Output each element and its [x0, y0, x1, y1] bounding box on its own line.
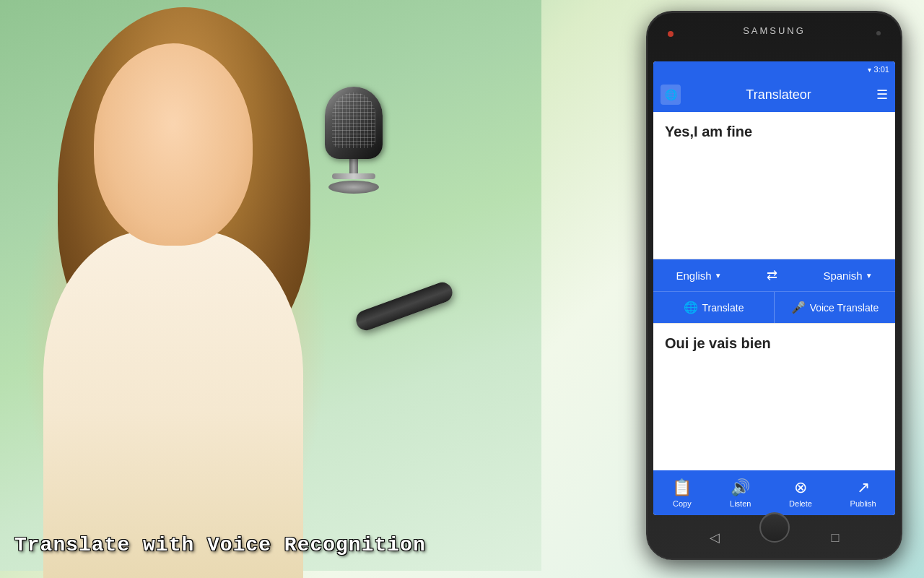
output-text: Oui je vais bien	[665, 335, 884, 352]
phone-frame: SAMSUNG ▾ 3:01 🌐 Translateor ☰ Yes,I am …	[646, 11, 902, 560]
mic-base	[328, 181, 379, 194]
target-language-label: Spanish	[823, 269, 862, 282]
output-text-area: Oui je vais bien	[653, 323, 895, 470]
back-button[interactable]: ◁	[710, 530, 720, 545]
publish-icon: ↗	[857, 478, 870, 497]
samsung-brand: SAMSUNG	[743, 25, 806, 36]
home-button[interactable]	[759, 512, 790, 543]
target-language-button[interactable]: Spanish ▼	[823, 269, 872, 282]
delete-icon: ⊗	[794, 478, 807, 497]
phone-screen: ▾ 3:01 🌐 Translateor ☰ Yes,I am fine Eng…	[653, 61, 895, 515]
listen-button[interactable]: 🔊 Listen	[730, 478, 751, 508]
camera-dot-left	[668, 31, 674, 37]
source-language-arrow: ▼	[715, 272, 722, 280]
delete-label: Delete	[789, 499, 812, 508]
language-bar: English ▼ ⇄ Spanish ▼	[653, 259, 895, 291]
status-battery: 3:01	[874, 65, 889, 74]
action-bar: 🌐 Translate 🎤 Voice Translate	[653, 291, 895, 323]
copy-icon: 📋	[672, 478, 692, 497]
status-bar: ▾ 3:01	[653, 61, 895, 77]
publish-label: Publish	[850, 499, 876, 508]
swap-languages-button[interactable]: ⇄	[767, 267, 777, 283]
person-body	[43, 231, 303, 578]
translate-button[interactable]: 🌐 Translate	[653, 292, 775, 323]
mic-head	[325, 87, 383, 159]
menu-button[interactable]: ☰	[876, 87, 888, 103]
camera-dot-right	[876, 31, 881, 35]
delete-button[interactable]: ⊗ Delete	[789, 478, 812, 508]
voice-translate-button[interactable]: 🎤 Voice Translate	[775, 292, 895, 323]
microphone-illustration	[318, 87, 390, 202]
caption-text: Translate with Voice Recognition	[14, 534, 426, 556]
wifi-icon: ▾	[868, 66, 871, 74]
voice-translate-label: Voice Translate	[810, 302, 879, 314]
source-language-button[interactable]: English ▼	[676, 269, 721, 282]
listen-icon: 🔊	[731, 478, 750, 497]
listen-label: Listen	[730, 499, 751, 508]
voice-translate-icon: 🎤	[791, 301, 806, 314]
translate-button-label: Translate	[702, 302, 744, 314]
translate-button-icon: 🌐	[684, 301, 698, 314]
input-text-area[interactable]: Yes,I am fine	[653, 112, 895, 259]
publish-button[interactable]: ↗ Publish	[850, 478, 876, 508]
target-language-arrow: ▼	[866, 272, 873, 280]
navigation-bar: ◁ □	[653, 522, 895, 553]
app-icon: 🌐	[661, 85, 681, 105]
source-language-label: English	[676, 269, 711, 282]
recents-button[interactable]: □	[832, 530, 840, 545]
person-face	[94, 43, 253, 246]
mic-neck	[349, 159, 358, 173]
bottom-toolbar: 📋 Copy 🔊 Listen ⊗ Delete ↗ Publish	[653, 470, 895, 515]
app-header: 🌐 Translateor ☰	[653, 77, 895, 112]
translate-icon: 🌐	[665, 89, 677, 100]
mic-arm	[332, 173, 375, 179]
copy-label: Copy	[673, 499, 692, 508]
copy-button[interactable]: 📋 Copy	[672, 478, 692, 508]
input-text: Yes,I am fine	[665, 124, 884, 140]
app-title: Translateor	[687, 87, 871, 103]
